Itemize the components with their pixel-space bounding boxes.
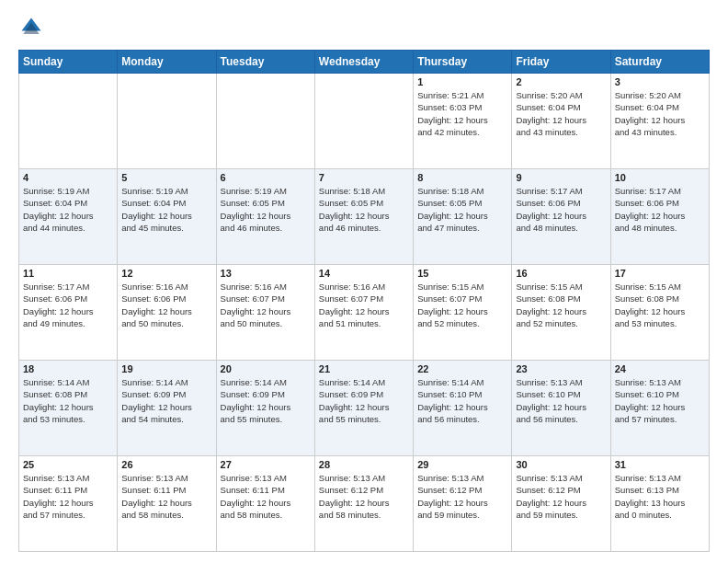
weekday-thursday: Thursday <box>414 51 512 74</box>
day-number: 24 <box>615 363 705 374</box>
day-cell: 17Sunrise: 5:15 AM Sunset: 6:08 PM Dayli… <box>610 265 709 361</box>
week-row-4: 18Sunrise: 5:14 AM Sunset: 6:08 PM Dayli… <box>19 361 710 456</box>
day-cell <box>314 74 413 169</box>
day-info: Sunrise: 5:15 AM Sunset: 6:08 PM Dayligh… <box>615 281 705 329</box>
weekday-header-row: SundayMondayTuesdayWednesdayThursdayFrid… <box>19 51 710 74</box>
day-number: 28 <box>319 459 409 470</box>
day-cell <box>19 74 118 169</box>
day-cell: 2Sunrise: 5:20 AM Sunset: 6:04 PM Daylig… <box>512 74 610 169</box>
day-info: Sunrise: 5:16 AM Sunset: 6:06 PM Dayligh… <box>121 281 211 329</box>
day-cell: 30Sunrise: 5:13 AM Sunset: 6:12 PM Dayli… <box>512 456 610 552</box>
day-cell: 31Sunrise: 5:13 AM Sunset: 6:13 PM Dayli… <box>610 456 709 552</box>
day-number: 19 <box>121 363 211 374</box>
week-row-1: 1Sunrise: 5:21 AM Sunset: 6:03 PM Daylig… <box>19 74 710 169</box>
day-number: 6 <box>221 172 311 183</box>
day-number: 2 <box>516 76 606 87</box>
day-info: Sunrise: 5:14 AM Sunset: 6:09 PM Dayligh… <box>319 376 409 425</box>
day-cell: 22Sunrise: 5:14 AM Sunset: 6:10 PM Dayli… <box>414 361 512 456</box>
day-number: 5 <box>121 172 211 183</box>
day-cell: 28Sunrise: 5:13 AM Sunset: 6:12 PM Dayli… <box>314 456 413 552</box>
day-info: Sunrise: 5:13 AM Sunset: 6:10 PM Dayligh… <box>516 376 606 425</box>
day-info: Sunrise: 5:19 AM Sunset: 6:04 PM Dayligh… <box>121 185 211 234</box>
day-number: 17 <box>615 268 705 279</box>
day-info: Sunrise: 5:18 AM Sunset: 6:05 PM Dayligh… <box>319 185 409 234</box>
day-cell: 25Sunrise: 5:13 AM Sunset: 6:11 PM Dayli… <box>19 456 118 552</box>
day-cell: 1Sunrise: 5:21 AM Sunset: 6:03 PM Daylig… <box>414 74 512 169</box>
day-info: Sunrise: 5:21 AM Sunset: 6:03 PM Dayligh… <box>417 89 507 138</box>
day-number: 23 <box>516 363 606 374</box>
day-number: 7 <box>319 172 409 183</box>
header <box>18 15 710 40</box>
day-cell: 19Sunrise: 5:14 AM Sunset: 6:09 PM Dayli… <box>118 361 216 456</box>
calendar-table: SundayMondayTuesdayWednesdayThursdayFrid… <box>18 50 710 552</box>
day-info: Sunrise: 5:20 AM Sunset: 6:04 PM Dayligh… <box>615 89 705 138</box>
day-info: Sunrise: 5:19 AM Sunset: 6:04 PM Dayligh… <box>23 185 113 234</box>
day-info: Sunrise: 5:14 AM Sunset: 6:09 PM Dayligh… <box>221 376 311 425</box>
day-number: 26 <box>121 459 211 470</box>
day-info: Sunrise: 5:20 AM Sunset: 6:04 PM Dayligh… <box>516 89 606 138</box>
day-cell: 21Sunrise: 5:14 AM Sunset: 6:09 PM Dayli… <box>314 361 413 456</box>
day-number: 30 <box>516 459 606 470</box>
day-number: 11 <box>23 268 113 279</box>
day-info: Sunrise: 5:13 AM Sunset: 6:10 PM Dayligh… <box>615 376 705 425</box>
day-number: 15 <box>417 268 507 279</box>
day-cell: 14Sunrise: 5:16 AM Sunset: 6:07 PM Dayli… <box>314 265 413 361</box>
weekday-monday: Monday <box>118 51 216 74</box>
week-row-3: 11Sunrise: 5:17 AM Sunset: 6:06 PM Dayli… <box>19 265 710 361</box>
day-cell: 16Sunrise: 5:15 AM Sunset: 6:08 PM Dayli… <box>512 265 610 361</box>
day-info: Sunrise: 5:16 AM Sunset: 6:07 PM Dayligh… <box>319 281 409 329</box>
day-info: Sunrise: 5:13 AM Sunset: 6:11 PM Dayligh… <box>221 472 311 521</box>
day-cell: 4Sunrise: 5:19 AM Sunset: 6:04 PM Daylig… <box>19 169 118 265</box>
day-cell <box>118 74 216 169</box>
day-cell: 3Sunrise: 5:20 AM Sunset: 6:04 PM Daylig… <box>610 74 709 169</box>
day-cell: 18Sunrise: 5:14 AM Sunset: 6:08 PM Dayli… <box>19 361 118 456</box>
day-info: Sunrise: 5:16 AM Sunset: 6:07 PM Dayligh… <box>221 281 311 329</box>
day-info: Sunrise: 5:15 AM Sunset: 6:07 PM Dayligh… <box>417 281 507 329</box>
day-cell: 20Sunrise: 5:14 AM Sunset: 6:09 PM Dayli… <box>216 361 314 456</box>
day-info: Sunrise: 5:13 AM Sunset: 6:12 PM Dayligh… <box>319 472 409 521</box>
weekday-wednesday: Wednesday <box>314 51 413 74</box>
day-number: 27 <box>221 459 311 470</box>
day-number: 31 <box>615 459 705 470</box>
week-row-5: 25Sunrise: 5:13 AM Sunset: 6:11 PM Dayli… <box>19 456 710 552</box>
day-number: 16 <box>516 268 606 279</box>
day-number: 9 <box>516 172 606 183</box>
day-cell <box>216 74 314 169</box>
day-cell: 24Sunrise: 5:13 AM Sunset: 6:10 PM Dayli… <box>610 361 709 456</box>
day-cell: 6Sunrise: 5:19 AM Sunset: 6:05 PM Daylig… <box>216 169 314 265</box>
day-number: 20 <box>221 363 311 374</box>
calendar-page: SundayMondayTuesdayWednesdayThursdayFrid… <box>0 0 728 563</box>
day-cell: 11Sunrise: 5:17 AM Sunset: 6:06 PM Dayli… <box>19 265 118 361</box>
day-info: Sunrise: 5:13 AM Sunset: 6:11 PM Dayligh… <box>121 472 211 521</box>
day-cell: 27Sunrise: 5:13 AM Sunset: 6:11 PM Dayli… <box>216 456 314 552</box>
day-info: Sunrise: 5:17 AM Sunset: 6:06 PM Dayligh… <box>516 185 606 234</box>
day-number: 4 <box>23 172 113 183</box>
day-number: 1 <box>417 76 507 87</box>
logo-icon <box>18 15 44 40</box>
weekday-saturday: Saturday <box>610 51 709 74</box>
day-info: Sunrise: 5:13 AM Sunset: 6:13 PM Dayligh… <box>615 472 705 521</box>
day-number: 10 <box>615 172 705 183</box>
weekday-sunday: Sunday <box>19 51 118 74</box>
day-cell: 10Sunrise: 5:17 AM Sunset: 6:06 PM Dayli… <box>610 169 709 265</box>
day-info: Sunrise: 5:19 AM Sunset: 6:05 PM Dayligh… <box>221 185 311 234</box>
day-number: 8 <box>417 172 507 183</box>
week-row-2: 4Sunrise: 5:19 AM Sunset: 6:04 PM Daylig… <box>19 169 710 265</box>
day-info: Sunrise: 5:18 AM Sunset: 6:05 PM Dayligh… <box>417 185 507 234</box>
day-number: 22 <box>417 363 507 374</box>
day-number: 3 <box>615 76 705 87</box>
day-info: Sunrise: 5:14 AM Sunset: 6:10 PM Dayligh… <box>417 376 507 425</box>
day-info: Sunrise: 5:14 AM Sunset: 6:09 PM Dayligh… <box>121 376 211 425</box>
day-info: Sunrise: 5:13 AM Sunset: 6:12 PM Dayligh… <box>516 472 606 521</box>
day-cell: 15Sunrise: 5:15 AM Sunset: 6:07 PM Dayli… <box>414 265 512 361</box>
day-number: 18 <box>23 363 113 374</box>
day-info: Sunrise: 5:13 AM Sunset: 6:12 PM Dayligh… <box>417 472 507 521</box>
day-info: Sunrise: 5:17 AM Sunset: 6:06 PM Dayligh… <box>23 281 113 329</box>
logo <box>18 15 48 40</box>
day-number: 12 <box>121 268 211 279</box>
day-number: 29 <box>417 459 507 470</box>
day-number: 13 <box>221 268 311 279</box>
day-cell: 13Sunrise: 5:16 AM Sunset: 6:07 PM Dayli… <box>216 265 314 361</box>
day-cell: 29Sunrise: 5:13 AM Sunset: 6:12 PM Dayli… <box>414 456 512 552</box>
day-cell: 26Sunrise: 5:13 AM Sunset: 6:11 PM Dayli… <box>118 456 216 552</box>
